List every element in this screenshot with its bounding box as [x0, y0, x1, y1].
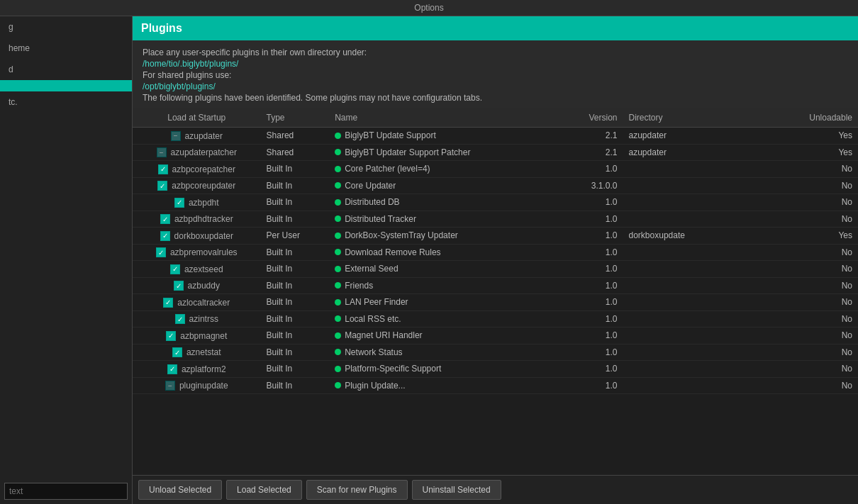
- status-dot: [335, 215, 341, 222]
- plugin-version: 1.0: [545, 294, 623, 311]
- plugin-type: Built In: [261, 177, 330, 194]
- col-header-load: Load at Startup: [133, 108, 261, 128]
- table-row: pluginupdateBuilt InPlugin Update...1.0N…: [133, 377, 858, 394]
- bottom-bar: Unload Selected Load Selected Scan for n…: [133, 475, 858, 504]
- plugin-unloadable: No: [779, 377, 858, 394]
- col-header-directory: Directory: [623, 108, 780, 128]
- plugin-type: Built In: [261, 261, 330, 278]
- status-dot: [335, 133, 341, 139]
- plugin-version: 2.1: [545, 128, 623, 145]
- plugin-version: 3.1.0.0: [545, 177, 623, 194]
- plugin-id-label: dorkboxupdater: [174, 231, 233, 241]
- plugin-path1[interactable]: /home/tio/.biglybt/plugins/: [143, 59, 238, 69]
- plugin-version: 1.0: [545, 377, 623, 394]
- status-dot: [335, 382, 341, 388]
- status-dot: [335, 282, 341, 289]
- plugin-type: Built In: [261, 244, 330, 261]
- table-row: azbpmagnetBuilt InMagnet URI Handler1.0N…: [133, 327, 858, 345]
- plugin-type: Built In: [261, 377, 330, 394]
- row-checkbox[interactable]: [163, 298, 173, 308]
- sidebar-item-g[interactable]: g: [0, 16, 132, 38]
- plugin-name: Core Patcher (level=4): [329, 161, 545, 178]
- plugin-table-container: Load at Startup Type Name Version: [133, 108, 858, 475]
- plugin-type: Per User: [261, 228, 330, 245]
- plugin-unloadable: No: [779, 277, 858, 294]
- row-checkbox[interactable]: [170, 264, 180, 274]
- plugin-unloadable: No: [779, 327, 858, 345]
- plugin-version: 1.0: [545, 344, 623, 361]
- plugin-name: Platform-Specific Support: [329, 361, 545, 378]
- status-dot: [335, 166, 341, 172]
- sidebar: g heme d tc.: [0, 16, 133, 504]
- plugin-info-line1: Place any user-specific plugins in their…: [143, 47, 848, 57]
- row-checkbox[interactable]: [167, 364, 177, 374]
- plugin-version: 1.0: [545, 194, 623, 211]
- row-checkbox[interactable]: [157, 181, 167, 191]
- row-checkbox[interactable]: [166, 331, 176, 341]
- status-dot: [335, 182, 341, 189]
- load-selected-button[interactable]: Load Selected: [226, 480, 302, 500]
- unload-selected-button[interactable]: Unload Selected: [138, 480, 222, 500]
- row-checkbox[interactable]: [158, 164, 168, 174]
- sidebar-item-theme[interactable]: heme: [0, 38, 132, 59]
- main-content: Plugins Place any user-specific plugins …: [133, 16, 858, 504]
- plugin-id-label: azbpcoreupdater: [172, 181, 235, 191]
- plugin-directory: [623, 377, 780, 394]
- plugin-version: 1.0: [545, 310, 623, 327]
- status-dot: [335, 266, 341, 272]
- plugin-id-label: azbpdht: [189, 198, 219, 208]
- row-checkbox[interactable]: [157, 147, 167, 157]
- plugin-directory: [623, 194, 780, 211]
- status-dot: [335, 299, 341, 306]
- sidebar-item-plugins[interactable]: [0, 80, 132, 91]
- row-checkbox[interactable]: [165, 381, 175, 391]
- plugin-directory: [623, 161, 780, 178]
- table-row: azextseedBuilt InExternal Seed1.0No: [133, 261, 858, 278]
- plugin-panel-title: Plugins: [133, 16, 858, 40]
- sidebar-item-d[interactable]: d: [0, 59, 132, 80]
- table-row: azupdaterSharedBiglyBT Update Support2.1…: [133, 128, 858, 145]
- plugin-id-label: azbpdhdtracker: [174, 214, 233, 224]
- plugin-type: Shared: [261, 128, 330, 145]
- row-checkbox[interactable]: [174, 198, 184, 208]
- table-row: azlocaltrackerBuilt InLAN Peer Finder1.0…: [133, 294, 858, 311]
- plugin-name: Distributed Tracker: [329, 211, 545, 228]
- plugin-version: 1.0: [545, 211, 623, 228]
- sidebar-item-etc[interactable]: tc.: [0, 91, 132, 113]
- row-checkbox[interactable]: [171, 131, 181, 141]
- status-dot: [335, 199, 341, 206]
- plugin-name: Distributed DB: [329, 194, 545, 211]
- plugin-version: 1.0: [545, 228, 623, 245]
- plugin-directory: [623, 344, 780, 361]
- row-checkbox[interactable]: [156, 247, 166, 257]
- plugin-name: DorkBox-SystemTray Updater: [329, 228, 545, 245]
- row-checkbox[interactable]: [172, 347, 182, 357]
- table-row: azplatform2Built InPlatform-Specific Sup…: [133, 361, 858, 378]
- table-row: azintrssBuilt InLocal RSS etc.1.0No: [133, 310, 858, 327]
- plugin-type: Built In: [261, 344, 330, 361]
- plugin-unloadable: No: [779, 261, 858, 278]
- plugin-path2[interactable]: /opt/biglybt/plugins/: [143, 82, 216, 91]
- sidebar-search-input[interactable]: [4, 483, 128, 500]
- plugin-directory: [623, 310, 780, 327]
- plugin-name: Plugin Update...: [329, 377, 545, 394]
- uninstall-selected-button[interactable]: Uninstall Selected: [412, 480, 501, 500]
- plugin-name: Friends: [329, 277, 545, 294]
- row-checkbox[interactable]: [174, 281, 184, 291]
- status-dot: [335, 249, 341, 255]
- table-row: azbpremovalrulesBuilt InDownload Remove …: [133, 244, 858, 261]
- row-checkbox[interactable]: [160, 231, 170, 241]
- plugin-info-line3: The following plugins have been identifi…: [143, 93, 848, 103]
- status-dot: [335, 233, 341, 239]
- plugin-unloadable: No: [779, 161, 858, 178]
- plugin-version: 1.0: [545, 244, 623, 261]
- plugin-version: 1.0: [545, 261, 623, 278]
- plugin-name: Network Status: [329, 344, 545, 361]
- scan-plugins-button[interactable]: Scan for new Plugins: [306, 480, 408, 500]
- plugin-type: Shared: [261, 144, 330, 161]
- plugin-directory: [623, 261, 780, 278]
- row-checkbox[interactable]: [160, 214, 170, 224]
- col-header-name: Name: [329, 108, 545, 128]
- status-dot: [335, 366, 341, 372]
- row-checkbox[interactable]: [175, 314, 185, 324]
